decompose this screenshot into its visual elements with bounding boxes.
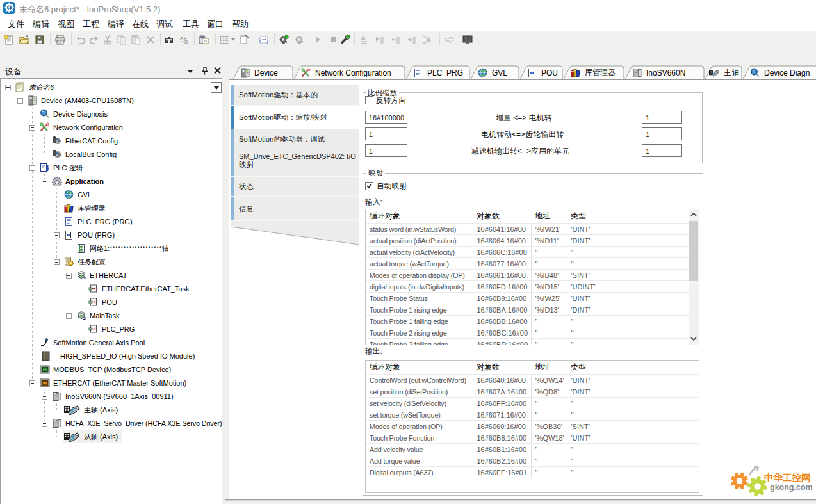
svg-text:中华工控网: 中华工控网 bbox=[764, 473, 811, 483]
svg-text:gkong.com: gkong.com bbox=[770, 483, 813, 492]
